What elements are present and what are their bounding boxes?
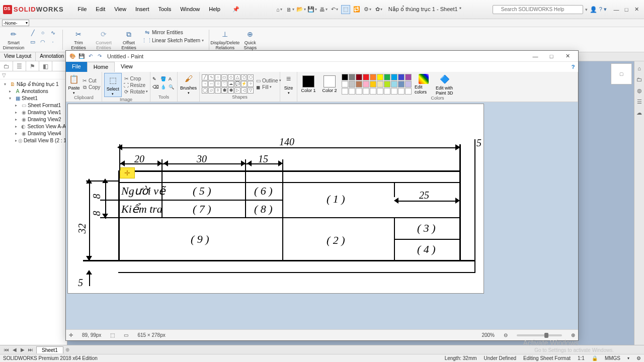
size-button[interactable]: ≡Size▾ xyxy=(282,73,295,95)
palette-swatch[interactable] xyxy=(398,81,405,87)
paint-maximize-button[interactable]: □ xyxy=(544,51,559,61)
shape-outline-button[interactable]: ▭Outline▾ xyxy=(255,77,281,83)
status-cog-icon[interactable]: ⚙ xyxy=(636,355,641,361)
edit-colors-button[interactable]: Edit colors xyxy=(415,74,433,95)
convert-entities-button[interactable]: ⟳Convert Entities xyxy=(93,29,114,50)
tree-annotations[interactable]: ▸AAnnotations xyxy=(0,87,67,95)
palette-swatch-empty[interactable] xyxy=(391,88,397,95)
paint-help-icon[interactable]: ? xyxy=(568,62,578,72)
menu-file[interactable]: File xyxy=(74,5,91,14)
tree-sheet1[interactable]: ▾▦Sheet1 xyxy=(0,95,67,102)
search-dropdown-icon[interactable]: ▾ xyxy=(585,7,588,12)
menu-insert[interactable]: Insert xyxy=(131,5,153,14)
fm-tab-config-icon[interactable]: ⚑ xyxy=(26,61,39,71)
zoom-slider[interactable] xyxy=(517,334,562,336)
palette-swatch[interactable] xyxy=(377,74,383,80)
palette-swatch-empty[interactable] xyxy=(405,88,412,95)
palette-swatch[interactable] xyxy=(377,81,383,87)
select-icon[interactable]: ⬚ xyxy=(341,5,350,14)
display-relations-button[interactable]: ⊥Display/Delete Relations xyxy=(214,29,235,50)
options-icon[interactable]: ⚙ xyxy=(363,5,372,14)
palette-swatch-empty[interactable] xyxy=(356,88,362,95)
tree-root[interactable]: ▾🗎Nắp ổ thùng trục 1 xyxy=(0,80,67,87)
fm-tab-prop-icon[interactable]: ☰ xyxy=(13,61,26,71)
line-icon[interactable]: ╱ xyxy=(28,29,37,37)
brushes-button[interactable]: 🖌Brushes▾ xyxy=(180,73,197,95)
palette-swatch[interactable] xyxy=(349,74,355,80)
offset-entities-button[interactable]: ⧉Offset Entities xyxy=(118,29,139,50)
palette-swatch-empty[interactable] xyxy=(342,88,348,95)
trim-entities-button[interactable]: ✂Trim Entities xyxy=(68,29,89,50)
palette-swatch[interactable] xyxy=(342,74,348,80)
sheet-next-icon[interactable]: ▶ xyxy=(19,346,26,353)
paint-canvas-area[interactable]: ✛ 140 5 20 30 15 xyxy=(66,102,578,329)
close-button[interactable]: ✕ xyxy=(632,6,641,14)
paint-undo-icon[interactable]: ↶ xyxy=(87,53,94,60)
cut-button[interactable]: ✂Cut xyxy=(82,78,100,84)
menu-help[interactable]: Help xyxy=(205,5,224,14)
picker-icon[interactable]: 💧 xyxy=(160,84,168,92)
save-icon[interactable]: 💾 xyxy=(308,5,317,14)
color1-button[interactable]: Color 1 xyxy=(299,75,317,93)
paint3d-button[interactable]: 🔷Edit with Paint 3D xyxy=(436,73,454,96)
menu-edit[interactable]: Edit xyxy=(92,5,109,14)
paint-document[interactable]: ✛ 140 5 20 30 15 xyxy=(68,104,484,293)
palette-swatch[interactable] xyxy=(349,81,355,87)
menu-window[interactable]: Window xyxy=(176,5,204,14)
tree-view1[interactable]: ▸◉Drawing View1 xyxy=(0,109,67,116)
filter-icon[interactable]: ▽ xyxy=(2,72,6,78)
search-input[interactable] xyxy=(493,5,583,14)
menu-view[interactable]: View xyxy=(110,5,130,14)
paint-save-icon[interactable]: 💾 xyxy=(78,53,85,60)
circle-icon[interactable]: ○ xyxy=(38,29,47,37)
palette-swatch-empty[interactable] xyxy=(377,88,383,95)
status-units-dropdown-icon[interactable]: ▾ xyxy=(627,356,629,360)
taskpane-property-icon[interactable]: ☰ xyxy=(635,98,643,106)
spline-icon[interactable]: ∿ xyxy=(48,29,57,37)
fm-tab-tree-icon[interactable]: 🗀 xyxy=(0,61,13,71)
palette-swatch[interactable] xyxy=(384,74,390,80)
smart-dimension-button[interactable]: ✏ Smart Dimension xyxy=(3,29,24,50)
palette-swatch[interactable] xyxy=(405,81,412,87)
palette-swatch-empty[interactable] xyxy=(363,88,369,95)
minimize-button[interactable]: — xyxy=(612,6,621,14)
help-icon[interactable]: ? ▾ xyxy=(599,6,607,13)
palette-swatch-empty[interactable] xyxy=(384,88,390,95)
palette-swatch[interactable] xyxy=(370,74,376,80)
pin-icon[interactable]: 📌 xyxy=(228,5,244,14)
palette-swatch[interactable] xyxy=(384,81,390,87)
shapes-gallery[interactable]: ╱∿○▭◇△⬠⬡ →↔☆♡☁💬⚡✧ ◯▱◊⬟⬢▷◁▽ xyxy=(202,74,254,94)
zoom-out-button[interactable]: ⊖ xyxy=(504,332,508,338)
taskpane-appearance-icon[interactable]: ◍ xyxy=(635,86,643,95)
style-dropdown[interactable]: -None-▾ xyxy=(2,20,29,26)
sheet-first-icon[interactable]: ⏮ xyxy=(3,346,10,353)
crop-button[interactable]: ✂Crop xyxy=(123,75,148,81)
palette-swatch[interactable] xyxy=(398,74,405,80)
add-sheet-icon[interactable]: ⊕ xyxy=(65,347,69,352)
palette-swatch[interactable] xyxy=(363,74,369,80)
paint-close-button[interactable]: ✕ xyxy=(560,51,575,61)
resize-button[interactable]: ⛶Resize xyxy=(123,82,148,88)
rect-icon[interactable]: ▭ xyxy=(28,38,37,46)
paint-minimize-button[interactable]: — xyxy=(528,51,543,61)
tree-view4[interactable]: ▸◉Drawing View4 xyxy=(0,130,67,137)
palette-swatch[interactable] xyxy=(363,81,369,87)
rebuild-icon[interactable]: 🔁 xyxy=(352,5,361,14)
login-icon[interactable]: 👤 xyxy=(590,6,597,13)
magnify-icon[interactable]: 🔍 xyxy=(169,84,176,92)
taskpane-home-icon[interactable]: ⌂ xyxy=(635,64,643,72)
mirror-entities-button[interactable]: ⇋Mirror Entities xyxy=(143,29,204,36)
tab-annotation[interactable]: Annotation xyxy=(36,52,68,61)
sheet-prev-icon[interactable]: ◀ xyxy=(11,346,18,353)
paste-button[interactable]: 📋Paste▾ xyxy=(68,73,80,95)
shape-fill-button[interactable]: ◼Fill▾ xyxy=(255,84,281,90)
sheet-last-icon[interactable]: ⏭ xyxy=(27,346,34,353)
tree-section-a[interactable]: ▸◐Section View A-A xyxy=(0,123,67,130)
orientation-cube[interactable]: ▢ xyxy=(611,63,632,84)
fill-icon[interactable]: 🪣 xyxy=(160,76,168,83)
open-icon[interactable]: 📂 xyxy=(297,5,306,14)
palette-swatch[interactable] xyxy=(405,74,412,80)
palette-swatch[interactable] xyxy=(370,81,376,87)
rotate-button[interactable]: ⟳Rotate▾ xyxy=(123,88,148,95)
taskpane-resources-icon[interactable]: 🗀 xyxy=(635,75,643,83)
